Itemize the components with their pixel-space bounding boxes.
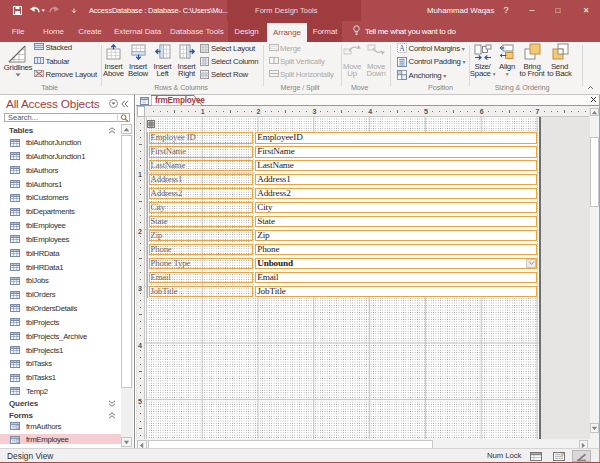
svg-text:A: A xyxy=(399,44,405,53)
